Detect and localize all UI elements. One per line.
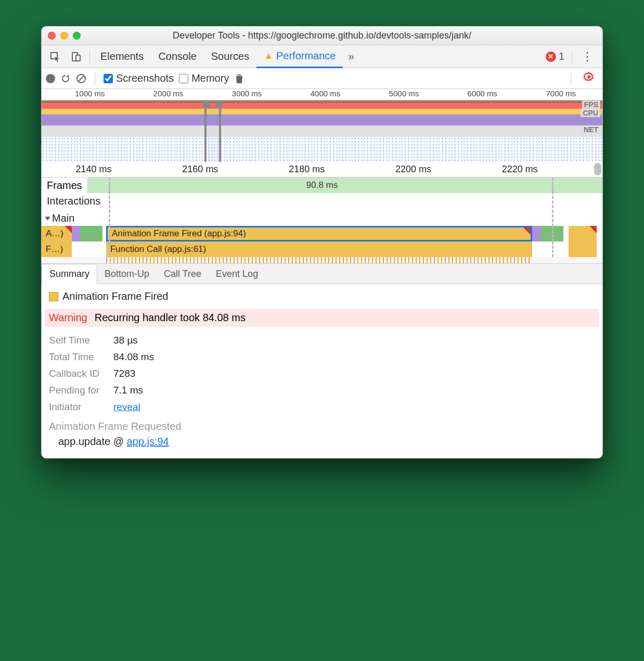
flame-row: A…) Animation Frame Fired (app.js:94) bbox=[42, 226, 602, 241]
divider bbox=[89, 50, 90, 63]
flame-bar[interactable] bbox=[569, 226, 597, 241]
flame-bar[interactable] bbox=[80, 226, 102, 241]
stack-source-link[interactable]: app.js:94 bbox=[127, 436, 169, 447]
flame-bar-selected[interactable]: Animation Frame Fired (app.js:94) bbox=[106, 226, 532, 241]
overview-panel[interactable]: 1000 ms 2000 ms 3000 ms 4000 ms 5000 ms … bbox=[42, 89, 602, 162]
tab-summary[interactable]: Summary bbox=[42, 264, 97, 284]
tab-bottom-up[interactable]: Bottom-Up bbox=[97, 264, 157, 284]
tick: 2000 ms bbox=[153, 89, 184, 98]
device-toggle-icon[interactable] bbox=[66, 48, 86, 65]
frames-label: Frames bbox=[42, 177, 88, 193]
titlebar: Developer Tools - https://googlechrome.g… bbox=[42, 27, 602, 45]
divider bbox=[571, 72, 571, 85]
record-button[interactable] bbox=[46, 74, 55, 83]
warning-row: Warning Recurring handler took 84.08 ms bbox=[45, 309, 599, 327]
overview-ruler: 1000 ms 2000 ms 3000 ms 4000 ms 5000 ms … bbox=[42, 89, 602, 100]
net-track bbox=[42, 125, 602, 137]
tab-console[interactable]: Console bbox=[151, 45, 203, 68]
memory-checkbox[interactable]: Memory bbox=[179, 72, 229, 84]
cpu-track bbox=[42, 109, 602, 125]
svg-point-5 bbox=[587, 75, 590, 79]
main-thread-lane: Main A…) Animation Frame Fired (app.js:9… bbox=[42, 211, 602, 263]
net-label: NET bbox=[582, 125, 600, 134]
tick: 2200 ms bbox=[395, 164, 431, 175]
tick: 3000 ms bbox=[232, 89, 262, 98]
total-time-value: 84.08 ms bbox=[113, 351, 154, 363]
tick: 5000 ms bbox=[389, 89, 419, 98]
trash-icon[interactable] bbox=[234, 73, 244, 84]
window-title: Developer Tools - https://googlechrome.g… bbox=[42, 30, 602, 41]
error-count-value: 1 bbox=[559, 50, 564, 62]
warning-text: Recurring handler took 84.08 ms bbox=[95, 312, 246, 324]
error-count-badge[interactable]: ✕ 1 bbox=[542, 50, 569, 62]
tick: 2180 ms bbox=[289, 164, 325, 175]
performance-toolbar: Screenshots Memory bbox=[42, 68, 602, 89]
cpu-label: CPU bbox=[581, 109, 600, 117]
overview-selection[interactable] bbox=[204, 100, 221, 162]
summary-pane: Animation Frame Fired Warning Recurring … bbox=[42, 284, 602, 458]
selection-handle-left[interactable] bbox=[203, 100, 210, 108]
initiator-label: Initiator bbox=[49, 401, 106, 413]
panel-tabs: Elements Console Sources ▲ Performance »… bbox=[42, 45, 602, 68]
tick: 2140 ms bbox=[76, 164, 112, 175]
reload-icon[interactable] bbox=[60, 73, 71, 84]
interactions-label: Interactions bbox=[47, 195, 100, 207]
flame-bar[interactable]: F…) bbox=[42, 241, 72, 257]
settings-menu-button[interactable]: ⋮ bbox=[575, 50, 599, 63]
flame-row bbox=[42, 257, 602, 263]
flame-bar[interactable] bbox=[569, 241, 597, 257]
flame-row: F…) Function Call (app.js:61) bbox=[42, 241, 602, 257]
warning-icon: ▲ bbox=[264, 50, 273, 61]
divider bbox=[95, 72, 95, 85]
collapse-icon bbox=[45, 217, 50, 220]
screenshots-label: Screenshots bbox=[116, 72, 174, 84]
error-icon: ✕ bbox=[546, 52, 556, 62]
animation-frame-requested-header: Animation Frame Requested bbox=[49, 421, 595, 433]
capture-settings-icon[interactable] bbox=[579, 72, 598, 85]
vertical-scrollbar[interactable] bbox=[594, 163, 601, 175]
interactions-lane: Interactions bbox=[42, 193, 602, 211]
tab-sources[interactable]: Sources bbox=[204, 45, 256, 68]
clear-icon[interactable] bbox=[76, 73, 86, 84]
minimize-window-button[interactable] bbox=[60, 32, 68, 40]
details-tabs: Summary Bottom-Up Call Tree Event Log bbox=[42, 263, 602, 284]
tick: 2160 ms bbox=[182, 164, 218, 175]
panel-overflow-button[interactable]: » bbox=[343, 50, 359, 62]
callback-id-value: 7283 bbox=[113, 368, 135, 379]
detail-ruler[interactable]: 2140 ms 2160 ms 2180 ms 2200 ms 2220 ms bbox=[42, 162, 602, 177]
close-window-button[interactable] bbox=[48, 32, 56, 40]
flame-bar[interactable]: Function Call (app.js:61) bbox=[106, 241, 532, 257]
self-time-label: Self Time bbox=[49, 335, 106, 346]
frame-duration: 90.8 ms bbox=[306, 180, 338, 190]
stack-trace-line: app.update @ app.js:94 bbox=[49, 436, 595, 448]
tab-event-log[interactable]: Event Log bbox=[209, 264, 265, 284]
warning-label: Warning bbox=[49, 312, 87, 324]
initiator-reveal-link[interactable]: reveal bbox=[113, 401, 140, 413]
callback-id-label: Callback ID bbox=[49, 368, 106, 379]
screenshot-strip bbox=[42, 137, 602, 162]
event-title: Animation Frame Fired bbox=[62, 290, 168, 302]
tick: 1000 ms bbox=[75, 89, 105, 98]
svg-rect-2 bbox=[76, 55, 80, 61]
flame-bar[interactable]: A…) bbox=[42, 226, 72, 241]
frames-lane: Frames 90.8 ms bbox=[42, 177, 602, 193]
maximize-window-button[interactable] bbox=[73, 32, 81, 40]
event-color-swatch bbox=[49, 292, 58, 301]
screenshots-checkbox[interactable]: Screenshots bbox=[104, 72, 174, 84]
total-time-label: Total Time bbox=[49, 351, 106, 363]
tick: 2220 ms bbox=[502, 164, 538, 175]
pending-for-value: 7.1 ms bbox=[113, 385, 143, 396]
tick: 7000 ms bbox=[546, 89, 576, 98]
flame-bar[interactable] bbox=[532, 226, 540, 241]
fps-label: FPS bbox=[582, 100, 600, 109]
self-time-value: 38 µs bbox=[113, 335, 138, 346]
tab-call-tree[interactable]: Call Tree bbox=[157, 264, 209, 284]
inspect-element-icon[interactable] bbox=[45, 48, 66, 65]
tab-performance[interactable]: ▲ Performance bbox=[256, 45, 343, 68]
tick: 6000 ms bbox=[468, 89, 498, 98]
flame-chart[interactable]: Frames 90.8 ms Interactions Main A…) Ani… bbox=[42, 177, 602, 263]
selection-handle-right[interactable] bbox=[216, 100, 222, 108]
main-thread-header[interactable]: Main bbox=[42, 211, 602, 226]
tab-elements[interactable]: Elements bbox=[93, 45, 151, 68]
flame-bar[interactable] bbox=[72, 226, 80, 241]
